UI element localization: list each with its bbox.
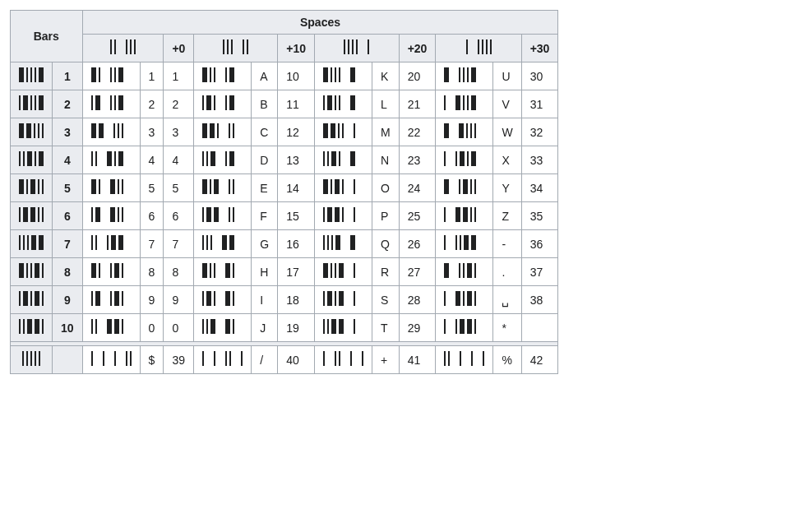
cell-pattern [436,258,493,286]
barcode-glyph [19,291,44,306]
cell-char: 9 [140,286,164,314]
row-number [53,346,83,374]
barcode-glyph [444,151,476,166]
row-bars-pattern [11,62,53,90]
barcode-glyph [444,123,476,138]
cell-pattern [194,258,252,286]
cell-value: 34 [521,174,558,202]
barcode-glyph [202,95,234,110]
row-bars-pattern [11,118,53,146]
barcode-glyph [19,179,44,194]
barcode-glyph [22,351,40,366]
cell-value: 18 [278,286,315,314]
barcode-glyph [323,351,363,366]
barcode-glyph [110,39,136,54]
cell-value: 14 [278,174,315,202]
barcode-glyph [444,351,484,366]
row-bars-pattern [11,258,53,286]
cell-char: - [493,230,521,258]
barcode-glyph [91,351,132,366]
row-number: 7 [53,230,83,258]
cell-value: 12 [278,118,315,146]
cell-pattern [82,230,140,258]
barcode-glyph [202,179,234,194]
row-bars-pattern [11,174,53,202]
row-bars-pattern [11,314,53,342]
cell-value: 16 [278,230,315,258]
cell-char: 7 [140,230,164,258]
cell-char: / [252,346,278,374]
cell-value: 24 [399,174,436,202]
table-footer-row: $39/40+41%42 [11,346,558,374]
row-bars-pattern [11,146,53,174]
table-header: BarsSpaces+0+10+20+30 [11,11,558,62]
cell-value: 17 [278,258,315,286]
row-bars-pattern [11,286,53,314]
cell-pattern [194,62,252,90]
cell-pattern [314,146,372,174]
cell-char: I [252,286,278,314]
cell-pattern [194,202,252,230]
cell-value: 32 [521,118,558,146]
table-body: 111A10K20U30222B11L21V31333C12M22W32444D… [11,62,558,374]
cell-value [521,314,558,342]
cell-value: 30 [521,62,558,90]
cell-value: 25 [399,202,436,230]
barcode-glyph [202,319,234,334]
cell-char: G [252,230,278,258]
cell-value: 23 [399,146,436,174]
barcode-glyph [323,319,355,334]
row-bars-pattern [11,346,53,374]
barcode-glyph [202,263,234,278]
cell-char: 2 [140,90,164,118]
header-group-pattern-0 [82,35,164,62]
barcode-glyph [466,39,492,54]
cell-value: 1 [164,62,194,90]
cell-value: 27 [399,258,436,286]
cell-pattern [194,230,252,258]
cell-value: 39 [164,346,194,374]
barcode-glyph [202,291,234,306]
barcode-glyph [19,319,44,334]
barcode-glyph [323,123,355,138]
barcode-glyph [444,263,476,278]
cell-value: 40 [278,346,315,374]
cell-pattern [314,314,372,342]
cell-pattern [194,286,252,314]
table-row: 222B11L21V31 [11,90,558,118]
cell-pattern [82,174,140,202]
barcode-glyph [323,179,355,194]
cell-pattern [436,146,493,174]
row-number: 9 [53,286,83,314]
cell-value: 38 [521,286,558,314]
header-bars: Bars [11,11,83,62]
barcode-glyph [344,39,369,54]
barcode-glyph [19,207,44,222]
cell-pattern [436,346,493,374]
barcode-glyph [19,151,44,166]
barcode-glyph [91,291,123,306]
cell-char: 5 [140,174,164,202]
row-bars-pattern [11,90,53,118]
cell-pattern [436,314,493,342]
cell-value: 42 [521,346,558,374]
cell-char: Q [372,230,399,258]
row-number: 6 [53,202,83,230]
cell-char: M [372,118,399,146]
cell-pattern [82,314,140,342]
cell-char: 4 [140,146,164,174]
barcode-glyph [19,235,44,250]
cell-char: F [252,202,278,230]
barcode-glyph [323,235,355,250]
table-row: 555E14O24Y34 [11,174,558,202]
header-group-offset-0: +0 [164,35,194,62]
table-row: 333C12M22W32 [11,118,558,146]
barcode-glyph [444,179,476,194]
row-number: 10 [53,314,83,342]
barcode-glyph [323,263,355,278]
cell-pattern [314,258,372,286]
cell-char: V [493,90,521,118]
header-group-pattern-3 [436,35,521,62]
row-number: 5 [53,174,83,202]
cell-value: 0 [164,314,194,342]
